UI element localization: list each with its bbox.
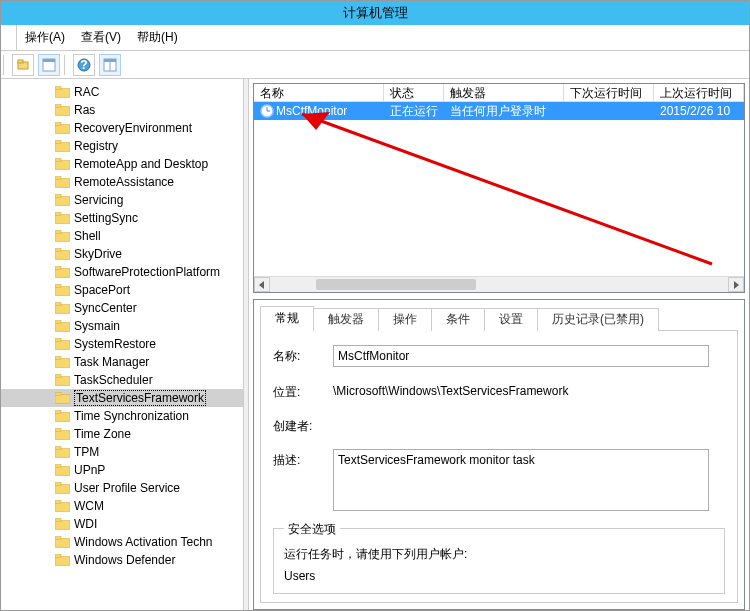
tree-label: UPnP: [74, 463, 105, 477]
svg-rect-26: [55, 231, 61, 234]
col-trigger[interactable]: 触发器: [444, 84, 564, 101]
svg-rect-57: [55, 521, 70, 530]
task-last: 2015/2/26 10: [660, 104, 730, 118]
tree-item[interactable]: WCM: [1, 497, 243, 515]
toolbar-btn-folder[interactable]: [12, 54, 34, 76]
scroll-track[interactable]: [270, 277, 728, 292]
task-list: 名称 状态 触发器 下次运行时间 上次运行时间 MsCtfMonitor正在运行…: [253, 83, 745, 293]
tree-label: SpacePort: [74, 283, 130, 297]
tab[interactable]: 常规: [260, 306, 314, 331]
tree-item[interactable]: WDI: [1, 515, 243, 533]
name-label: 名称:: [273, 345, 333, 365]
svg-rect-25: [55, 233, 70, 242]
tree-item[interactable]: Time Synchronization: [1, 407, 243, 425]
scroll-thumb[interactable]: [316, 279, 476, 290]
toolbar-btn-help[interactable]: ?: [73, 54, 95, 76]
menu-handle: [5, 25, 17, 50]
tab[interactable]: 历史记录(已禁用): [537, 308, 659, 331]
tree-item[interactable]: Windows Activation Techn: [1, 533, 243, 551]
svg-rect-33: [55, 305, 70, 314]
tree-item[interactable]: TPM: [1, 443, 243, 461]
col-next[interactable]: 下次运行时间: [564, 84, 654, 101]
tree-item[interactable]: Task Manager: [1, 353, 243, 371]
task-row[interactable]: MsCtfMonitor正在运行当任何用户登录时2015/2/26 10: [254, 102, 744, 120]
svg-rect-37: [55, 341, 70, 350]
tab[interactable]: 触发器: [313, 308, 379, 331]
toolbar-divider: [64, 55, 65, 75]
svg-rect-16: [55, 141, 61, 144]
svg-rect-3: [43, 59, 55, 62]
tree-item[interactable]: Ras: [1, 101, 243, 119]
col-last[interactable]: 上次运行时间: [654, 84, 744, 101]
tree-label: TPM: [74, 445, 99, 459]
tree-item[interactable]: RemoteAssistance: [1, 173, 243, 191]
svg-rect-40: [55, 357, 61, 360]
svg-rect-53: [55, 485, 70, 494]
task-trigger: 当任何用户登录时: [450, 103, 546, 120]
desc-label: 描述:: [273, 449, 333, 469]
tree-item[interactable]: RecoveryEnvironment: [1, 119, 243, 137]
tree-label: Time Synchronization: [74, 409, 189, 423]
toolbar-btn-panel[interactable]: [38, 54, 60, 76]
tab[interactable]: 条件: [431, 308, 485, 331]
tree-label: Ras: [74, 103, 95, 117]
tree-item[interactable]: Sysmain: [1, 317, 243, 335]
tree-label: RecoveryEnvironment: [74, 121, 192, 135]
list-header: 名称 状态 触发器 下次运行时间 上次运行时间: [254, 84, 744, 102]
tree-item[interactable]: TaskScheduler: [1, 371, 243, 389]
tree-item[interactable]: TextServicesFramework: [1, 389, 243, 407]
task-name: MsCtfMonitor: [276, 104, 347, 118]
svg-rect-56: [55, 501, 61, 504]
svg-rect-51: [55, 467, 70, 476]
scroll-left-button[interactable]: [254, 277, 270, 292]
tree-item[interactable]: SkyDrive: [1, 245, 243, 263]
toolbar-btn-panel2[interactable]: [99, 54, 121, 76]
toolbar: ?: [1, 51, 749, 79]
tree-label: User Profile Service: [74, 481, 180, 495]
tree-label: Windows Defender: [74, 553, 175, 567]
svg-rect-30: [55, 267, 61, 270]
svg-rect-52: [55, 465, 61, 468]
col-status[interactable]: 状态: [384, 84, 444, 101]
tab[interactable]: 设置: [484, 308, 538, 331]
tree-label: WDI: [74, 517, 97, 531]
tree-label: Task Manager: [74, 355, 149, 369]
desc-textarea[interactable]: [333, 449, 709, 511]
tree-item[interactable]: SystemRestore: [1, 335, 243, 353]
svg-rect-27: [55, 251, 70, 260]
svg-rect-39: [55, 359, 70, 368]
tree-item[interactable]: User Profile Service: [1, 479, 243, 497]
svg-rect-22: [55, 195, 61, 198]
tab[interactable]: 操作: [378, 308, 432, 331]
tree-item[interactable]: RAC: [1, 83, 243, 101]
svg-rect-31: [55, 287, 70, 296]
list-body[interactable]: MsCtfMonitor正在运行当任何用户登录时2015/2/26 10: [254, 102, 744, 276]
svg-rect-19: [55, 179, 70, 188]
menu-help[interactable]: 帮助(H): [129, 25, 186, 50]
tree-item[interactable]: Time Zone: [1, 425, 243, 443]
tree-item[interactable]: Windows Defender: [1, 551, 243, 569]
svg-rect-59: [55, 539, 70, 548]
tree-label: Shell: [74, 229, 101, 243]
tree-item[interactable]: Servicing: [1, 191, 243, 209]
menu-action[interactable]: 操作(A): [17, 25, 73, 50]
col-name[interactable]: 名称: [254, 84, 384, 101]
svg-rect-12: [55, 105, 61, 108]
svg-rect-13: [55, 125, 70, 134]
svg-rect-8: [104, 59, 116, 62]
tree-item[interactable]: SoftwareProtectionPlatform: [1, 263, 243, 281]
tree-label: Sysmain: [74, 319, 120, 333]
name-input[interactable]: [333, 345, 709, 367]
menu-view[interactable]: 查看(V): [73, 25, 129, 50]
tree-item[interactable]: UPnP: [1, 461, 243, 479]
tree-item[interactable]: Shell: [1, 227, 243, 245]
tree-item[interactable]: SettingSync: [1, 209, 243, 227]
tree-pane[interactable]: RACRasRecoveryEnvironmentRegistryRemoteA…: [1, 79, 243, 610]
horizontal-scrollbar[interactable]: [254, 276, 744, 292]
tree-item[interactable]: Registry: [1, 137, 243, 155]
scroll-right-button[interactable]: [728, 277, 744, 292]
svg-rect-41: [55, 377, 70, 386]
tree-item[interactable]: RemoteApp and Desktop: [1, 155, 243, 173]
tree-item[interactable]: SyncCenter: [1, 299, 243, 317]
tree-item[interactable]: SpacePort: [1, 281, 243, 299]
